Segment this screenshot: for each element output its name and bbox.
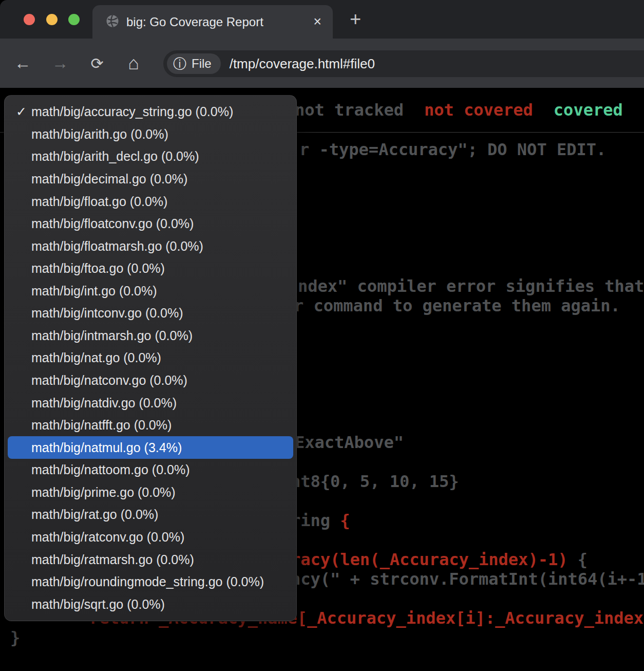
site-info-chip[interactable]: ⓘ File (167, 53, 221, 74)
dropdown-item[interactable]: ✓math/big/accuracy_string.go (0.0%) (8, 101, 293, 123)
code-not-tracked: } (10, 628, 20, 647)
code-line: racy(len(_Accuracy_index)-1) { (291, 550, 588, 569)
coverage-page: not trackednot coveredcovered r -type=Ac… (0, 88, 644, 671)
dropdown-item-label: math/big/intconv.go (0.0%) (31, 306, 183, 321)
dropdown-item[interactable]: math/big/natdiv.go (0.0%) (8, 392, 293, 414)
site-info-chip-label: File (192, 57, 212, 71)
dropdown-item[interactable]: math/big/floatconv.go (0.0%) (8, 213, 293, 235)
dropdown-item-label: math/big/ratconv.go (0.0%) (31, 530, 184, 545)
code-not-tracked: r command to generate them again. (294, 296, 620, 315)
forward-button[interactable]: → (47, 39, 73, 88)
dropdown-item[interactable]: math/big/ratconv.go (0.0%) (8, 526, 293, 549)
dropdown-item-label: math/big/arith.go (0.0%) (31, 127, 168, 142)
dropdown-item-label: math/big/intmarsh.go (0.0%) (31, 328, 193, 343)
dropdown-item-label: math/big/decimal.go (0.0%) (31, 172, 187, 187)
dropdown-item[interactable]: math/big/floatmarsh.go (0.0%) (8, 235, 293, 257)
dropdown-item[interactable]: math/big/int.go (0.0%) (8, 280, 293, 303)
code-line: r -type=Accuracy"; DO NOT EDIT. (299, 140, 606, 159)
new-tab-button[interactable]: + (345, 9, 366, 30)
dropdown-item-label: math/big/roundingmode_string.go (0.0%) (31, 574, 264, 589)
code-not-tracked: ndex" compiler error signifies that (298, 276, 644, 296)
dropdown-item[interactable]: math/big/intconv.go (0.0%) (8, 302, 293, 325)
dropdown-item[interactable]: math/big/arith_decl.go (0.0%) (8, 145, 293, 168)
dropdown-item-selected[interactable]: math/big/natmul.go (3.4%) (8, 436, 293, 459)
dropdown-item[interactable]: math/big/prime.go (0.0%) (8, 481, 293, 504)
info-icon: ⓘ (173, 55, 186, 73)
dropdown-item[interactable]: math/big/float.go (0.0%) (8, 190, 293, 213)
dropdown-item-label: math/big/rat.go (0.0%) (31, 507, 158, 522)
globe-favicon-icon (106, 14, 119, 30)
dropdown-item[interactable]: math/big/natconv.go (0.0%) (8, 369, 293, 392)
dropdown-item-label: math/big/natdiv.go (0.0%) (31, 396, 177, 411)
code-line: ring { (291, 511, 350, 530)
dropdown-item-label: math/big/sqrt.go (0.0%) (31, 597, 165, 612)
tab-close-icon[interactable]: × (313, 15, 321, 29)
tab-title: big: Go Coverage Report (126, 15, 313, 29)
code-not-tracked: { (567, 550, 588, 569)
dropdown-item[interactable]: math/big/rat.go (0.0%) (8, 504, 293, 526)
dropdown-item[interactable]: math/big/ftoa.go (0.0%) (8, 257, 293, 280)
dropdown-item-label: math/big/floatmarsh.go (0.0%) (31, 239, 203, 254)
code-not-tracked: r -type=Accuracy"; DO NOT EDIT. (299, 140, 606, 159)
legend-not-covered: not covered (424, 100, 533, 120)
home-button[interactable]: ⌂ (120, 39, 147, 88)
code-line: } (10, 628, 20, 647)
traffic-light-maximize[interactable] (68, 14, 80, 25)
dropdown-item[interactable]: math/big/arith.go (0.0%) (8, 123, 293, 146)
dropdown-item[interactable]: math/big/nat.go (0.0%) (8, 347, 293, 369)
file-select-dropdown: ✓math/big/accuracy_string.go (0.0%)math/… (4, 95, 297, 621)
code-line: r command to generate them again. (294, 296, 620, 315)
dropdown-item-label: math/big/natmul.go (3.4%) (31, 440, 182, 455)
traffic-light-close[interactable] (24, 14, 35, 25)
traffic-light-minimize[interactable] (46, 14, 58, 25)
back-button[interactable]: ← (9, 39, 36, 88)
code-not-tracked: ExactAbove" (295, 433, 404, 452)
dropdown-item[interactable]: math/big/nattoom.go (0.0%) (8, 459, 293, 481)
code-not-tracked: nt8{0, 5, 10, 15} (291, 472, 459, 491)
dropdown-item-label: math/big/natconv.go (0.0%) (31, 373, 187, 388)
browser-toolbar: ← → ⟳ ⌂ ⓘ File /tmp/coverage.html#file0 (0, 39, 644, 88)
dropdown-item-label: math/big/natfft.go (0.0%) (31, 418, 172, 433)
code-line: ncy(" + strconv.FormatInt(int64(i+-1), 1… (291, 569, 644, 589)
url-text: /tmp/coverage.html#file0 (230, 56, 375, 72)
dropdown-item-label: math/big/arith_decl.go (0.0%) (31, 149, 199, 164)
dropdown-item[interactable]: math/big/roundingmode_string.go (0.0%) (8, 571, 293, 593)
dropdown-item-label: math/big/accuracy_string.go (0.0%) (31, 104, 233, 119)
address-bar[interactable]: ⓘ File /tmp/coverage.html#file0 (163, 50, 644, 77)
legend-covered: covered (554, 100, 623, 120)
dropdown-item[interactable]: math/big/intmarsh.go (0.0%) (8, 325, 293, 347)
tab-strip: big: Go Coverage Report × + (0, 0, 644, 39)
reload-button[interactable]: ⟳ (84, 39, 110, 88)
code-not-tracked: ring (291, 511, 340, 530)
dropdown-item-label: math/big/float.go (0.0%) (31, 194, 167, 209)
legend-not-tracked: not tracked (295, 100, 404, 120)
browser-tab[interactable]: big: Go Coverage Report × (92, 5, 333, 39)
dropdown-item[interactable]: math/big/decimal.go (0.0%) (8, 168, 293, 191)
coverage-legend: not trackednot coveredcovered (295, 100, 643, 120)
dropdown-item[interactable]: math/big/sqrt.go (0.0%) (8, 593, 293, 616)
code-not-covered: racy(len(_Accuracy_index)-1) (291, 550, 567, 569)
code-not-covered: { (340, 511, 350, 530)
dropdown-item-label: math/big/ratmarsh.go (0.0%) (31, 552, 194, 567)
code-not-tracked: ncy(" + strconv.FormatInt(int64(i+-1), 1… (291, 569, 644, 589)
code-line: ndex" compiler error signifies that (298, 276, 644, 296)
dropdown-item-label: math/big/ftoa.go (0.0%) (31, 261, 165, 276)
dropdown-item-label: math/big/nattoom.go (0.0%) (31, 462, 190, 477)
code-line: ExactAbove" (295, 433, 404, 452)
code-line: nt8{0, 5, 10, 15} (291, 472, 459, 491)
dropdown-item[interactable]: math/big/ratmarsh.go (0.0%) (8, 548, 293, 571)
dropdown-item-label: math/big/prime.go (0.0%) (31, 485, 176, 500)
dropdown-item[interactable]: math/big/natfft.go (0.0%) (8, 414, 293, 437)
dropdown-item-label: math/big/nat.go (0.0%) (31, 350, 161, 365)
checkmark-icon: ✓ (16, 104, 31, 119)
dropdown-item-label: math/big/floatconv.go (0.0%) (31, 216, 194, 231)
dropdown-item-label: math/big/int.go (0.0%) (31, 284, 157, 299)
browser-window: big: Go Coverage Report × + ← → ⟳ ⌂ ⓘ Fi… (0, 0, 644, 671)
